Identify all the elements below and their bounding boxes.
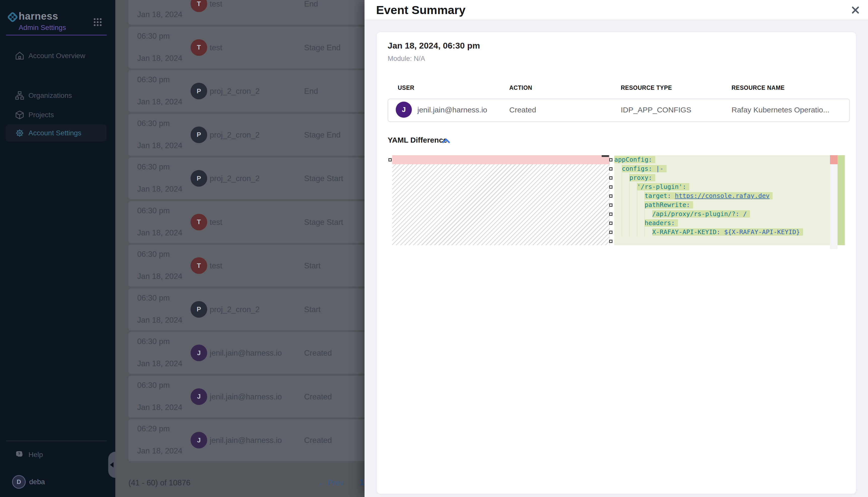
row-user: proj_2_cron_2 bbox=[210, 130, 260, 140]
row-action: Start bbox=[304, 261, 320, 270]
yaml-code-line: headers: bbox=[614, 218, 830, 228]
chevron-left-icon bbox=[110, 462, 113, 468]
column-header-resource-type: RESOURCE TYPE bbox=[621, 85, 672, 91]
yaml-code-line: configs: |- bbox=[614, 164, 830, 173]
cube-icon bbox=[15, 110, 25, 120]
user-avatar[interactable]: D bbox=[12, 475, 26, 489]
row-date: Jan 18, 2024 bbox=[137, 272, 182, 281]
diff-expand-marker[interactable] bbox=[609, 167, 612, 171]
sidebar: harness Admin Settings Account OverviewO… bbox=[0, 0, 115, 497]
row-action: Stage End bbox=[304, 43, 341, 52]
sidebar-item-projects[interactable]: Projects bbox=[6, 106, 107, 124]
gear-icon bbox=[15, 128, 25, 138]
row-action: Created bbox=[304, 392, 332, 401]
chevron-up-icon bbox=[442, 137, 451, 145]
sidebar-item-account-settings[interactable]: Account Settings bbox=[6, 125, 107, 142]
row-avatar: T bbox=[191, 257, 207, 274]
event-module: Module: N/A bbox=[388, 55, 425, 62]
row-time: 06:30 pm bbox=[137, 119, 170, 128]
user-name: deba bbox=[29, 478, 45, 486]
sidebar-item-label: Account Overview bbox=[28, 52, 85, 60]
column-header-action: ACTION bbox=[509, 85, 532, 91]
row-time: 06:30 pm bbox=[137, 250, 170, 259]
diff-expand-marker[interactable] bbox=[609, 176, 612, 180]
yaml-code-line: '/rs-plugin': bbox=[614, 182, 830, 191]
yaml-code-line: /api/proxy/rs-plugin/?: / bbox=[614, 210, 830, 218]
brand-title: harness bbox=[19, 11, 58, 22]
diff-overview-ruler-left bbox=[830, 155, 838, 249]
row-avatar: P bbox=[191, 170, 207, 187]
cell-user: jenil.jain@harness.io bbox=[417, 105, 487, 114]
sidebar-item-label: Projects bbox=[28, 111, 54, 119]
yaml-difference-label: YAML Difference bbox=[388, 136, 447, 144]
row-avatar: P bbox=[191, 83, 207, 99]
yaml-code-line: appConfig: bbox=[614, 155, 830, 164]
row-action: Stage Start bbox=[304, 218, 343, 227]
row-user: proj_2_cron_2 bbox=[210, 305, 260, 314]
diff-empty-hatch bbox=[392, 164, 609, 245]
pagination-range: (41 - 60) of 10876 bbox=[128, 478, 190, 487]
row-action: Created bbox=[304, 349, 332, 358]
row-time: 06:30 pm bbox=[137, 206, 170, 215]
row-time: 06:30 pm bbox=[137, 337, 170, 346]
app-grid-icon[interactable] bbox=[93, 18, 102, 28]
diff-expand-marker[interactable] bbox=[609, 231, 612, 234]
row-time: 06:29 pm bbox=[137, 424, 170, 434]
row-avatar: T bbox=[191, 0, 207, 12]
row-action: Start bbox=[304, 305, 320, 314]
sidebar-item-help[interactable]: ? Help bbox=[6, 446, 107, 463]
row-user: proj_2_cron_2 bbox=[210, 174, 260, 183]
code-link[interactable]: https://console.rafay.dev bbox=[675, 192, 770, 199]
diff-expand-marker[interactable] bbox=[609, 213, 612, 216]
row-date: Jan 18, 2024 bbox=[137, 10, 182, 19]
close-button[interactable] bbox=[849, 3, 862, 17]
row-date: Jan 18, 2024 bbox=[137, 228, 182, 238]
sidebar-item-label: Organizations bbox=[28, 91, 72, 100]
close-icon bbox=[850, 5, 860, 15]
yaml-code-line: pathRewrite: bbox=[614, 200, 830, 210]
org-chart-icon bbox=[15, 90, 25, 101]
diff-expand-marker[interactable] bbox=[609, 240, 612, 243]
prev-page-button[interactable]: ← Prev bbox=[318, 478, 344, 487]
sidebar-item-account-overview[interactable]: Account Overview bbox=[6, 47, 107, 65]
sidebar-bottom-divider bbox=[6, 441, 107, 441]
drawer-title: Event Summary bbox=[376, 3, 466, 17]
row-user: jenil.jain@harness.io bbox=[210, 349, 282, 358]
row-user: jenil.jain@harness.io bbox=[210, 436, 282, 445]
diff-expand-marker[interactable] bbox=[609, 222, 612, 225]
row-user: test bbox=[210, 261, 222, 270]
diff-expand-marker[interactable] bbox=[609, 203, 612, 207]
user-avatar-j: J bbox=[396, 102, 412, 118]
diff-deleted-line bbox=[392, 155, 609, 165]
row-avatar: J bbox=[191, 344, 207, 361]
sidebar-collapse-handle[interactable] bbox=[108, 452, 115, 478]
row-avatar: P bbox=[191, 127, 207, 143]
row-avatar: T bbox=[191, 39, 207, 56]
row-time: 06:30 pm bbox=[137, 294, 170, 302]
diff-expand-marker[interactable] bbox=[388, 158, 392, 161]
row-date: Jan 18, 2024 bbox=[137, 359, 182, 368]
row-avatar: P bbox=[191, 301, 207, 318]
row-avatar: T bbox=[191, 214, 207, 230]
row-date: Jan 18, 2024 bbox=[137, 54, 182, 63]
row-user: test bbox=[210, 0, 222, 9]
cell-action: Created bbox=[509, 105, 536, 114]
harness-logo-icon bbox=[6, 11, 19, 24]
diff-expand-marker[interactable] bbox=[609, 185, 612, 189]
page-number-1[interactable]: 1 bbox=[359, 478, 364, 487]
row-date: Jan 18, 2024 bbox=[137, 97, 182, 106]
row-user: jenil.jain@harness.io bbox=[210, 392, 282, 401]
diff-deleted-pane bbox=[392, 155, 610, 245]
row-action: Stage End bbox=[304, 130, 341, 140]
help-chat-icon: ? bbox=[15, 450, 25, 460]
sidebar-item-organizations[interactable]: Organizations bbox=[6, 87, 107, 104]
help-label: Help bbox=[28, 451, 43, 459]
diff-expand-marker[interactable] bbox=[609, 158, 612, 161]
row-action: End bbox=[304, 87, 318, 96]
ruler-delete-mark bbox=[830, 155, 838, 164]
yaml-code-line: target: https://console.rafay.dev bbox=[614, 191, 830, 200]
diff-expand-marker[interactable] bbox=[609, 195, 612, 198]
event-datetime: Jan 18, 2024, 06:30 pm bbox=[388, 41, 480, 51]
row-date: Jan 18, 2024 bbox=[137, 316, 182, 325]
yaml-collapse-button[interactable] bbox=[442, 137, 452, 146]
